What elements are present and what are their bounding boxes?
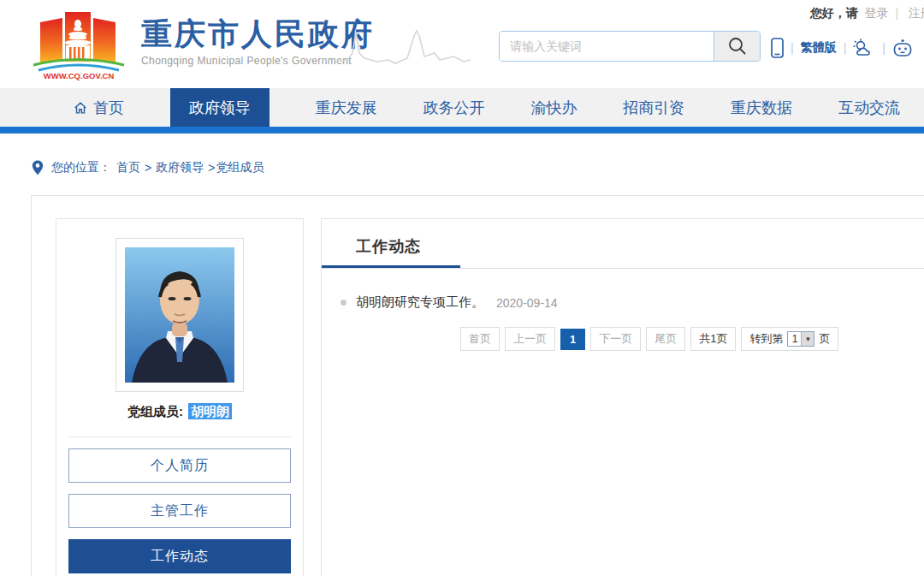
nav-item-label: 重庆发展 — [316, 98, 377, 118]
portrait-photo-frame — [116, 238, 244, 392]
pagination-prev-button[interactable]: 上一页 — [505, 327, 555, 351]
site-header: WWW.CQ.GOV.CN 重庆市人民政府 Chongqing Municipa… — [0, 0, 924, 88]
nav-item-government-leaders[interactable]: 政府领导 — [170, 88, 270, 127]
nav-item-home[interactable]: 首页 — [73, 88, 124, 127]
nav-item-yukuaiban[interactable]: 渝快办 — [530, 88, 577, 127]
logo-url-text: WWW.CQ.GOV.CN — [44, 71, 115, 80]
divider — [68, 436, 291, 437]
login-link[interactable]: 登录 — [865, 6, 889, 20]
nav-item-chongqing-development[interactable]: 重庆发展 — [316, 88, 377, 127]
user-greeting-bar: 您好，请 登录 | 注册 — [810, 6, 924, 21]
leader-name-row: 党组成员:胡明朗 — [56, 404, 303, 420]
logo-icon: WWW.CQ.GOV.CN — [28, 5, 129, 80]
divider: | — [882, 41, 886, 55]
nav-item-chongqing-data[interactable]: 重庆数据 — [731, 88, 792, 127]
breadcrumb: 您的位置： 首页 > 政府领导 > 党组成员 — [32, 160, 264, 175]
leader-name-highlighted: 胡明朗 — [188, 403, 232, 419]
breadcrumb-home[interactable]: 首页 — [116, 160, 140, 175]
pagination-last-button[interactable]: 尾页 — [646, 327, 685, 351]
site-search — [499, 31, 761, 62]
content-container: 党组成员:胡明朗 个人简历 主管工作 工作动态 工作动态 胡明朗研究专项工作。 … — [31, 195, 924, 576]
pagination-next-button[interactable]: 下一页 — [590, 327, 641, 351]
divider: | — [844, 41, 847, 55]
greeting-text: 您好，请 — [810, 6, 858, 20]
header-quick-links: | 繁體版 | | — [771, 36, 913, 60]
mobile-version-icon[interactable] — [771, 38, 784, 58]
nav-accent-bar — [0, 127, 924, 134]
pagination-page-1[interactable]: 1 — [560, 329, 585, 350]
breadcrumb-current: 党组成员 — [216, 160, 264, 175]
pagination-total-pages: 共1页 — [690, 327, 736, 351]
location-pin-icon — [32, 160, 44, 175]
nav-item-label: 互动交流 — [838, 98, 900, 118]
breadcrumb-separator: > — [145, 161, 151, 175]
breadcrumb-separator: > — [208, 161, 215, 175]
robot-assistant-icon[interactable] — [892, 39, 913, 57]
pagination-goto: 转到第 1 ▼ 页 — [741, 327, 838, 351]
nav-item-label: 政府领导 — [189, 98, 251, 118]
section-title: 工作动态 — [356, 236, 421, 257]
profile-menu: 个人简历 主管工作 工作动态 — [56, 448, 303, 573]
divider: | — [895, 6, 898, 20]
search-input[interactable] — [500, 32, 714, 61]
leader-profile-panel: 党组成员:胡明朗 个人简历 主管工作 工作动态 — [56, 218, 304, 576]
weather-icon[interactable] — [853, 39, 875, 57]
pagination: 首页 上一页 1 下一页 尾页 共1页 转到第 1 ▼ 页 — [460, 327, 838, 351]
breadcrumb-government-leaders[interactable]: 政府领导 — [156, 160, 204, 175]
main-navigation: 首页 政府领导 重庆发展 政务公开 渝快办 招商引资 重庆数据 互动交流 — [0, 88, 924, 127]
pagination-first-button[interactable]: 首页 — [460, 327, 500, 351]
goto-suffix: 页 — [819, 331, 830, 347]
search-button[interactable] — [714, 32, 760, 61]
portrait-photo — [125, 247, 234, 383]
bullet-icon — [341, 300, 346, 306]
leader-role-label: 党组成员: — [127, 404, 183, 419]
article-link[interactable]: 胡明朗研究专项工作。 — [356, 294, 484, 311]
nav-item-interaction[interactable]: 互动交流 — [838, 88, 900, 127]
divider — [322, 268, 924, 269]
divider: | — [791, 41, 794, 55]
menu-item-work-updates[interactable]: 工作动态 — [68, 539, 291, 573]
menu-item-resume[interactable]: 个人简历 — [68, 448, 291, 483]
nav-item-investment[interactable]: 招商引资 — [623, 88, 684, 127]
nav-item-label: 政务公开 — [424, 98, 485, 118]
nav-item-government-affairs[interactable]: 政务公开 — [424, 88, 485, 127]
traditional-version-link[interactable]: 繁體版 — [801, 40, 837, 56]
site-logo[interactable]: WWW.CQ.GOV.CN — [28, 5, 129, 84]
goto-page-value: 1 — [788, 332, 801, 346]
nav-item-label: 首页 — [93, 98, 124, 118]
nav-item-label: 渝快办 — [530, 98, 577, 118]
chevron-down-icon: ▼ — [801, 332, 814, 346]
work-updates-panel: 工作动态 胡明朗研究专项工作。 2020-09-14 首页 上一页 1 下一页 … — [321, 218, 924, 576]
article-list-item: 胡明朗研究专项工作。 2020-09-14 — [341, 294, 558, 311]
goto-prefix: 转到第 — [749, 331, 783, 347]
search-icon — [727, 36, 748, 56]
menu-item-responsibilities[interactable]: 主管工作 — [68, 494, 291, 528]
nav-item-label: 重庆数据 — [731, 98, 792, 118]
home-icon — [73, 100, 88, 116]
nav-item-label: 招商引资 — [623, 98, 684, 118]
article-date: 2020-09-14 — [496, 296, 558, 310]
register-link[interactable]: 注册 — [909, 6, 924, 20]
goto-page-select[interactable]: 1 ▼ — [787, 331, 814, 347]
breadcrumb-prefix: 您的位置： — [51, 160, 111, 175]
skyline-decoration-icon — [335, 27, 471, 68]
